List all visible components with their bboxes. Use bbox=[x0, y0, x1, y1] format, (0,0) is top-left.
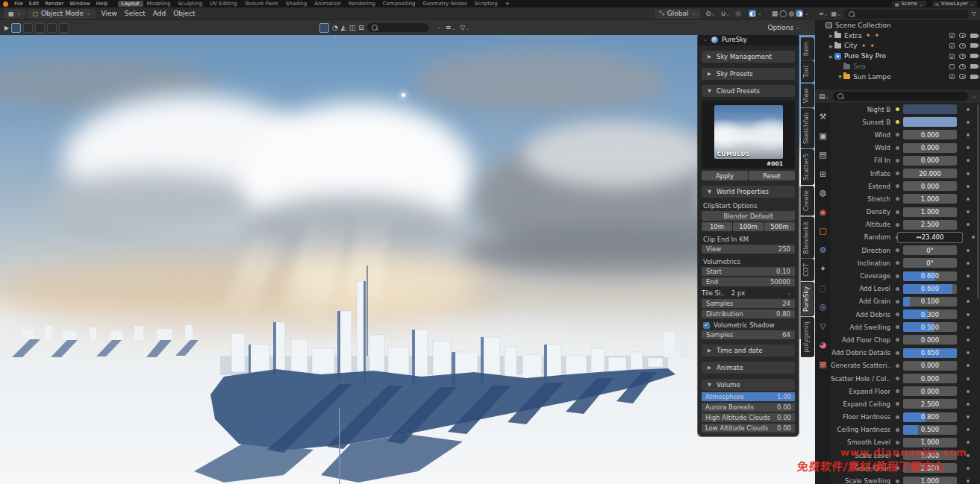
decorator-dot[interactable] bbox=[896, 133, 899, 136]
workspace-tab-compositing[interactable]: Compositing bbox=[379, 1, 419, 7]
properties-scrollbar[interactable] bbox=[977, 104, 979, 298]
animate-dot[interactable] bbox=[967, 172, 970, 175]
tool-cursor-icon[interactable]: ▶ bbox=[4, 25, 9, 31]
section-volume[interactable]: ▼ Volume bbox=[702, 379, 795, 391]
proportional-edit-icon[interactable]: ◎ bbox=[735, 10, 741, 17]
decorator-dot[interactable] bbox=[896, 107, 899, 111]
decorator-dot[interactable] bbox=[896, 351, 899, 355]
decorator-dot[interactable] bbox=[896, 364, 899, 368]
volume-slider-high-altitude-clouds[interactable]: High Altitude Clouds0.00 bbox=[702, 413, 795, 422]
menu-help[interactable]: Help bbox=[93, 1, 111, 7]
outliner-search-field[interactable] bbox=[844, 10, 969, 19]
overlay-icon-3[interactable]: ◫ bbox=[349, 24, 356, 31]
workspace-tab-uv-editing[interactable]: UV Editing bbox=[206, 1, 241, 7]
add-workspace-button[interactable]: + bbox=[502, 1, 513, 7]
animate-dot[interactable] bbox=[967, 223, 970, 226]
decorator-dot[interactable] bbox=[896, 120, 899, 124]
volume-slider-aurora-borealis[interactable]: Aurora Borealis0.00 bbox=[702, 403, 795, 412]
volume-slider-atmosphere[interactable]: Atmosphere1.00 bbox=[702, 392, 795, 401]
scene-selector[interactable]: ▦ Scene ⌄ bbox=[892, 1, 926, 7]
outliner-grid-icon[interactable]: ▦⌄ bbox=[831, 10, 841, 17]
properties-tab-texture-icon[interactable]: ▦ bbox=[815, 355, 831, 374]
animate-dot[interactable] bbox=[967, 287, 970, 290]
section-sky-management[interactable]: ▶ Sky Management bbox=[702, 51, 795, 63]
decorator-dot[interactable] bbox=[896, 184, 899, 188]
snap-magnet-icon[interactable]: ∪⌄ bbox=[721, 10, 730, 17]
properties-tab-object-icon[interactable]: ▢ bbox=[815, 221, 831, 241]
property-field-direction[interactable]: 0° bbox=[903, 245, 957, 255]
blender-default-button[interactable]: Blender Default bbox=[702, 211, 795, 221]
properties-tab-scene-icon[interactable]: ◍ bbox=[815, 183, 831, 203]
decorator-dot[interactable] bbox=[896, 210, 899, 214]
property-field-stretch[interactable]: 1.000 bbox=[903, 194, 957, 204]
animate-dot[interactable] bbox=[967, 415, 970, 418]
outliner-row-sun-lampe[interactable]: ▼Sun Lampe✓ bbox=[815, 72, 980, 82]
animate-dot[interactable] bbox=[972, 236, 975, 239]
decorator-dot[interactable] bbox=[896, 274, 899, 278]
sidebar-tab-tool[interactable]: Tool bbox=[801, 61, 814, 83]
volumetric-field-end[interactable]: End50000 bbox=[702, 277, 795, 286]
field-distribution[interactable]: Distribution0.80 bbox=[702, 309, 795, 318]
exclude-checkbox-icon[interactable]: ✓ bbox=[949, 54, 955, 59]
viewport-menu-view[interactable]: View bbox=[98, 10, 121, 17]
property-field-floor-hardness[interactable]: 0.800 bbox=[903, 412, 957, 422]
sidebar-tab-polygoniq[interactable]: polygoniq bbox=[801, 317, 814, 357]
menu-window[interactable]: Window bbox=[66, 1, 93, 7]
property-field-extend[interactable]: 0.000 bbox=[903, 181, 957, 191]
property-field-sunset-b[interactable] bbox=[903, 117, 957, 127]
exclude-checkbox-icon[interactable] bbox=[949, 64, 955, 69]
orientation-selector[interactable]: ⤡ Global ⌄ bbox=[655, 9, 700, 19]
exclude-checkbox-icon[interactable]: ✓ bbox=[949, 33, 955, 38]
sidebar-tab-sketchfab[interactable]: Sketchfab bbox=[801, 108, 814, 148]
outliner-row-pure-sky-pro[interactable]: ▶Pure Sky Pro✓ bbox=[815, 51, 980, 61]
animate-dot[interactable] bbox=[967, 274, 970, 277]
property-field-altitude[interactable]: 2.500 bbox=[903, 220, 957, 230]
animate-dot[interactable] bbox=[967, 390, 970, 393]
property-field-density[interactable]: 1.000 bbox=[903, 207, 957, 217]
properties-search-field[interactable] bbox=[833, 92, 968, 101]
property-field-scale-swelling[interactable]: 1.000 bbox=[903, 477, 957, 484]
volumetric-field-start[interactable]: Start0.10 bbox=[702, 267, 795, 276]
sidebar-tab-puresky[interactable]: PureSky bbox=[801, 282, 814, 316]
3d-viewport[interactable] bbox=[0, 35, 815, 484]
properties-tab-particles-icon[interactable]: ✦ bbox=[815, 260, 831, 279]
shading-material-icon[interactable]: ◍ bbox=[788, 10, 794, 17]
exclude-checkbox-icon[interactable]: ✓ bbox=[949, 43, 955, 48]
render-camera-icon[interactable] bbox=[970, 43, 977, 48]
properties-tab-active-tool-icon[interactable]: ⚒ bbox=[815, 107, 831, 127]
decorator-dot[interactable] bbox=[896, 159, 899, 163]
decorator-dot[interactable] bbox=[896, 480, 899, 483]
clip-end-view-field[interactable]: View 250 bbox=[702, 245, 795, 254]
decorator-dot[interactable] bbox=[896, 172, 899, 175]
outliner-row-scene-collection[interactable]: Scene Collection bbox=[815, 20, 980, 31]
workspace-tab-modeling[interactable]: Modeling bbox=[143, 1, 175, 7]
property-field-expand-floor[interactable]: 0.000 bbox=[903, 386, 957, 396]
decorator-dot[interactable] bbox=[896, 338, 899, 342]
property-field-night-b[interactable] bbox=[903, 104, 957, 114]
overlay-icon-2[interactable]: ◭ bbox=[341, 24, 346, 31]
hide-eye-icon[interactable] bbox=[959, 74, 966, 79]
hide-eye-icon[interactable] bbox=[959, 43, 966, 48]
menu-file[interactable]: File bbox=[11, 1, 26, 7]
properties-tab-constraints-icon[interactable]: ◎ bbox=[815, 298, 831, 317]
property-field-add-debris-details[interactable]: 0.650 bbox=[903, 348, 957, 358]
decorator-dot[interactable] bbox=[896, 428, 899, 432]
animate-dot[interactable] bbox=[967, 326, 970, 329]
checkbox-checked-icon[interactable]: ✓ bbox=[703, 322, 710, 329]
decorator-dot[interactable] bbox=[896, 377, 899, 380]
sidebar-tab-create[interactable]: Create bbox=[801, 186, 814, 216]
animate-dot[interactable] bbox=[967, 185, 970, 188]
editor-type-selector[interactable]: ▦ ⌄ bbox=[4, 9, 25, 19]
decorator-dot[interactable] bbox=[896, 402, 899, 406]
property-field-ceiling-hardness[interactable]: 0.500 bbox=[903, 425, 957, 435]
outliner-row-sea[interactable]: Sea bbox=[815, 61, 980, 72]
arrow-down-icon[interactable]: ▼ bbox=[837, 74, 843, 79]
render-camera-icon[interactable] bbox=[970, 34, 977, 38]
volumetric-shadow-row[interactable]: ✓ Volumetric Shadow bbox=[703, 321, 793, 329]
arrow-right-icon[interactable]: ▶ bbox=[828, 33, 834, 38]
properties-editor-icon[interactable]: ▤⌄ bbox=[819, 92, 829, 100]
property-field-weld[interactable]: 0.000 bbox=[903, 143, 957, 153]
sidebar-tab-blenderkit[interactable]: Blenderkit bbox=[801, 217, 814, 259]
animate-dot[interactable] bbox=[967, 351, 970, 354]
property-field-add-debris[interactable]: 0.300 bbox=[903, 309, 957, 319]
